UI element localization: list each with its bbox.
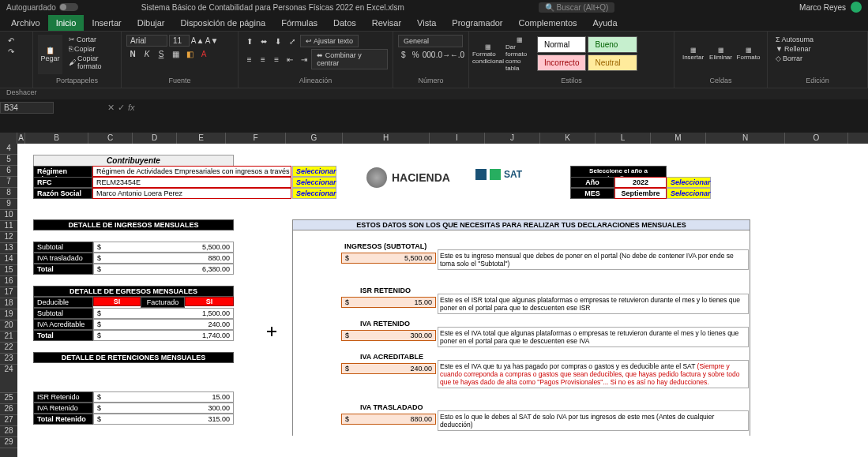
autosum-button[interactable]: Σ Autosuma [772,35,862,44]
egr-si1[interactable]: SI [93,297,141,306]
insert-cells-button[interactable]: ▦Insertar [679,35,707,73]
align-right-icon[interactable]: ≡ [270,54,282,65]
user-name[interactable]: Marco Reyes [799,3,846,12]
tab-insertar[interactable]: Insertar [84,15,129,31]
format-painter-button[interactable]: 🖌 Copiar formato [66,54,116,71]
font-color-button[interactable]: A [197,48,210,59]
paste-button[interactable]: 📋Pegar [38,35,62,74]
currency-icon[interactable]: $ [398,49,409,60]
tab-inicio[interactable]: Inicio [48,15,85,31]
col-H[interactable]: H [343,133,430,144]
confirm-formula-icon[interactable]: ✓ [118,103,125,113]
col-D[interactable]: D [133,133,177,144]
undo-icon[interactable]: ↶ [5,35,17,46]
font-size-selector[interactable] [169,35,190,47]
clear-button[interactable]: ◇ Borrar [772,54,862,63]
thousands-icon[interactable]: 000 [423,49,435,60]
wrap-text-button[interactable]: ↩ Ajustar texto [300,35,359,47]
percent-icon[interactable]: % [411,49,422,60]
tab-formulas[interactable]: Fórmulas [273,15,325,31]
align-left-icon[interactable]: ≡ [243,54,255,65]
col-I[interactable]: I [430,133,485,144]
border-button[interactable]: ▦ [169,48,182,59]
col-M[interactable]: M [651,133,706,144]
user-avatar[interactable] [851,2,862,13]
fill-color-button[interactable]: ◧ [183,48,196,59]
tab-vista[interactable]: Vista [409,15,444,31]
orientation-icon[interactable]: ⤢ [286,36,299,47]
col-F[interactable]: F [226,133,286,144]
regimen-value[interactable]: Régimen de Actividades Empresariales con… [92,166,291,177]
seleccionar-rfc[interactable]: Seleccionar [292,177,336,188]
tab-complementos[interactable]: Complementos [511,15,585,31]
col-L[interactable]: L [596,133,651,144]
autosave-toggle[interactable] [59,3,78,11]
col-O[interactable]: O [785,133,848,144]
number-format-selector[interactable]: General [398,35,463,47]
tab-disposicion[interactable]: Disposición de página [173,15,274,31]
style-incorrecto[interactable]: Incorrecto [537,54,586,71]
align-middle-icon[interactable]: ⬌ [257,36,270,47]
seleccionar-mes[interactable]: Seleccionar [667,188,711,199]
col-B[interactable]: B [25,133,88,144]
delete-cells-button[interactable]: ▦Eliminar [707,35,735,73]
tab-revisar[interactable]: Revisar [364,15,409,31]
font-family-selector[interactable] [126,35,167,47]
seleccionar-regimen[interactable]: Seleccionar [292,166,336,177]
decrease-font-icon[interactable]: A▼ [205,36,218,47]
col-A[interactable]: A [17,133,25,144]
name-box[interactable] [0,102,54,114]
fx-icon[interactable]: fx [128,103,135,113]
copy-button[interactable]: ⎘ Copiar [66,44,116,54]
underline-button[interactable]: S [155,48,167,59]
spreadsheet-grid[interactable]: A B C D E F G H I J K L M N O 4 5 6 7 8 … [0,133,868,457]
style-neutral[interactable]: Neutral [588,54,637,71]
egr-si2[interactable]: SI [185,297,234,306]
formula-bar[interactable] [158,99,868,133]
tab-datos[interactable]: Datos [325,15,364,31]
style-normal[interactable]: Normal [537,36,586,53]
col-E[interactable]: E [177,133,226,144]
tab-programador[interactable]: Programador [444,15,510,31]
razon-label: Razón Social [33,188,92,199]
tab-archivo[interactable]: Archivo [3,15,48,31]
indent-decrease-icon[interactable]: ⇤ [284,54,296,65]
merge-button[interactable]: ⬌ Combinar y centrar [311,49,388,69]
seleccionar-ano[interactable]: Seleccionar [667,177,711,188]
col-K[interactable]: K [540,133,596,144]
align-bottom-icon[interactable]: ⬇ [272,36,284,47]
col-C[interactable]: C [88,133,133,144]
ano-value[interactable]: 2022 [614,177,667,188]
r-isr-label: ISR RETENIDO [357,286,414,295]
search-box[interactable]: 🔍 Buscar (Alt+Q) [539,2,615,13]
rfc-value[interactable]: RELM23454E [92,177,291,188]
format-cells-button[interactable]: ▦Formato [735,35,762,73]
fill-button[interactable]: ▼ Rellenar [772,44,862,54]
format-table-button[interactable]: ▦Dar formato como tabla [505,35,534,73]
align-top-icon[interactable]: ⬆ [243,36,256,47]
align-center-icon[interactable]: ≡ [257,54,269,65]
bold-button[interactable]: N [126,48,139,59]
cancel-formula-icon[interactable]: ✕ [107,103,115,113]
decimal-decrease-icon[interactable]: ←.0 [451,49,464,60]
tab-ayuda[interactable]: Ayuda [585,15,626,31]
style-bueno[interactable]: Bueno [588,36,637,53]
seleccionar-razon[interactable]: Seleccionar [292,188,336,199]
mes-value[interactable]: Septiembre [614,188,667,199]
italic-button[interactable]: K [141,48,153,59]
tab-dibujar[interactable]: Dibujar [130,15,173,31]
decimal-increase-icon[interactable]: .0→ [437,49,449,60]
redo-icon[interactable]: ↷ [5,46,17,57]
cell-styles-gallery[interactable]: Normal Bueno Incorrecto Neutral [537,36,637,71]
r-ingresos-val: $5,500.00 [341,253,436,264]
razon-value[interactable]: Marco Antonio Loera Perez [92,188,291,199]
r-ivat-val: $880.00 [341,414,436,425]
col-N[interactable]: N [706,133,785,144]
col-J[interactable]: J [485,133,540,144]
conditional-format-button[interactable]: ▦Formato condicional [474,35,502,73]
indent-increase-icon[interactable]: ⇥ [298,54,310,65]
egr-iva-val: $240.00 [93,319,234,330]
col-G[interactable]: G [286,133,343,144]
cut-button[interactable]: ✂ Cortar [66,35,116,44]
increase-font-icon[interactable]: A▲ [191,36,204,47]
